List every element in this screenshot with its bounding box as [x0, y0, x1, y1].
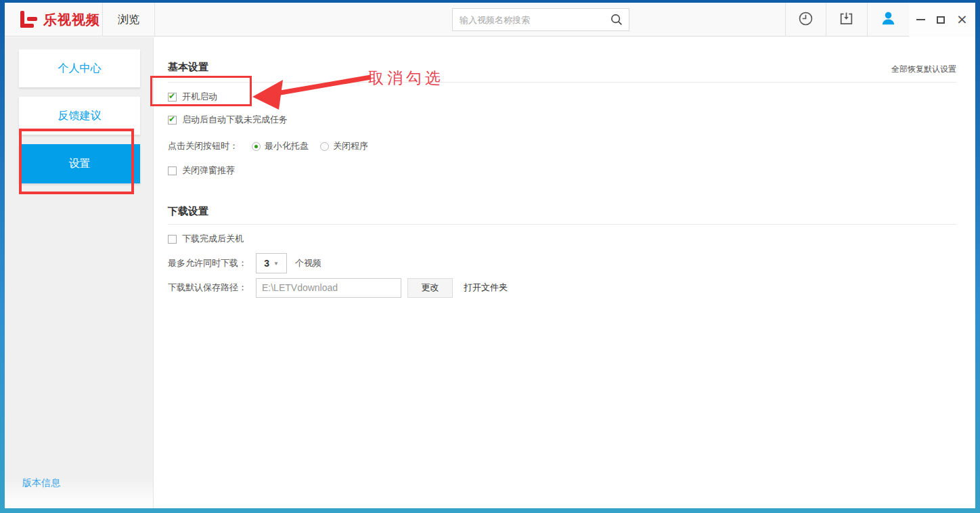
sidebar-item-personal-center[interactable]: 个人中心 [19, 49, 140, 87]
exit-program-radio[interactable] [320, 142, 329, 151]
max-concurrent-select[interactable]: 3 [256, 253, 287, 273]
search-icon[interactable] [609, 12, 624, 27]
downloads-button[interactable] [826, 3, 867, 37]
save-path-row: 下载默认保存路径： 更改 打开文件夹 [168, 277, 508, 298]
change-path-button[interactable]: 更改 [407, 278, 453, 298]
close-action-row: 点击关闭按钮时： 最小化托盘 关闭程序 [168, 141, 368, 152]
exit-program-label[interactable]: 关闭程序 [333, 140, 368, 152]
top-bar: 乐视视频 浏览 [5, 3, 975, 37]
download-settings-title: 下载设置 [168, 205, 208, 218]
resume-downloads-row: 启动后自动下载未完成任务 [168, 114, 288, 125]
autostart-row: 开机启动 [168, 91, 217, 102]
max-concurrent-value: 3 [264, 258, 269, 269]
desktop: { "topbar": { "logo_text": "乐视视频", "brow… [0, 0, 980, 513]
tab-browse[interactable]: 浏览 [102, 3, 155, 37]
max-concurrent-row: 最多允许同时下载： 3 个视频 [168, 253, 321, 273]
user-account-button[interactable] [867, 3, 909, 37]
max-concurrent-suffix: 个视频 [295, 257, 321, 269]
save-path-input[interactable] [256, 278, 401, 298]
autostart-label[interactable]: 开机启动 [182, 91, 217, 103]
dropdown-arrow-icon [273, 261, 279, 267]
app-logo[interactable]: 乐视视频 [5, 3, 102, 37]
letv-logo-icon [20, 11, 37, 28]
resume-downloads-label[interactable]: 启动后自动下载未完成任务 [182, 114, 288, 126]
divider [168, 224, 956, 225]
history-button[interactable] [785, 3, 826, 37]
basic-settings-title: 基本设置 [168, 61, 208, 74]
save-path-label: 下载默认保存路径： [168, 282, 256, 294]
search-input[interactable] [453, 15, 609, 25]
minimize-to-tray-label[interactable]: 最小化托盘 [265, 140, 309, 152]
shutdown-after-row: 下载完成后关机 [168, 233, 244, 244]
sidebar: 个人中心 反馈建议 设置 版本信息 [5, 37, 154, 508]
disable-popup-row: 关闭弹窗推荐 [168, 165, 235, 176]
restore-defaults-link[interactable]: 全部恢复默认设置 [891, 64, 956, 75]
sidebar-item-feedback[interactable]: 反馈建议 [19, 97, 140, 135]
app-window: 乐视视频 浏览 [5, 3, 975, 508]
minimize-to-tray-radio[interactable] [252, 142, 261, 151]
shutdown-after-checkbox[interactable] [168, 235, 177, 244]
divider [168, 82, 956, 83]
search-box [452, 8, 629, 31]
open-folder-link[interactable]: 打开文件夹 [464, 282, 508, 294]
user-icon [879, 9, 897, 30]
close-button[interactable]: × [956, 12, 968, 26]
resume-downloads-checkbox[interactable] [168, 116, 177, 125]
max-concurrent-label: 最多允许同时下载： [168, 257, 256, 269]
autostart-checkbox[interactable] [168, 93, 177, 102]
shutdown-after-label[interactable]: 下载完成后关机 [182, 233, 244, 245]
version-info-link[interactable]: 版本信息 [22, 477, 60, 489]
close-action-label: 点击关闭按钮时： [168, 140, 252, 152]
disable-popup-label[interactable]: 关闭弹窗推荐 [182, 164, 235, 177]
sidebar-item-settings[interactable]: 设置 [19, 144, 140, 183]
window-controls: × [909, 3, 975, 37]
app-logo-text: 乐视视频 [43, 11, 100, 29]
clock-icon [797, 10, 814, 30]
download-tray-icon [838, 10, 855, 30]
maximize-button[interactable] [937, 16, 945, 24]
disable-popup-checkbox[interactable] [168, 166, 177, 175]
minimize-button[interactable] [916, 19, 925, 20]
